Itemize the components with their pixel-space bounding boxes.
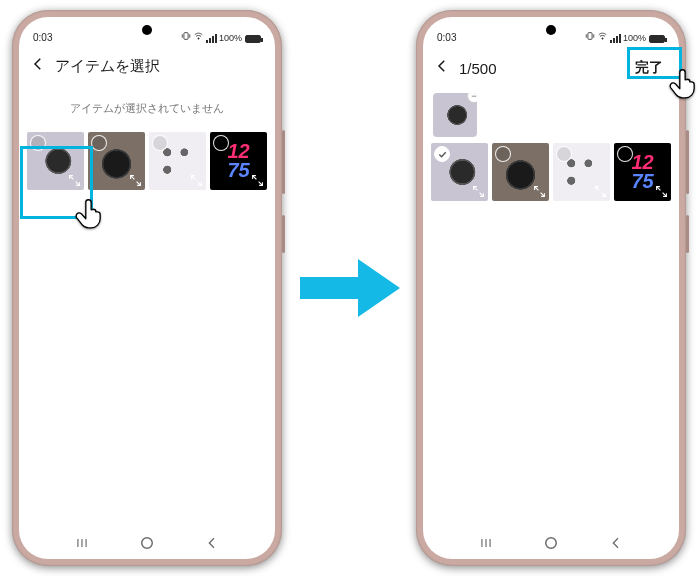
svg-point-1 xyxy=(198,38,199,39)
thumbnail-item[interactable] xyxy=(27,132,84,190)
svg-line-7 xyxy=(197,181,201,185)
arrow-right-icon xyxy=(300,255,400,321)
svg-line-22 xyxy=(656,186,660,190)
select-circle-icon[interactable] xyxy=(152,135,168,151)
thumbnail-item[interactable]: 12 75 xyxy=(614,143,671,201)
svg-line-2 xyxy=(69,175,73,179)
selected-preview-thumb[interactable]: － xyxy=(433,93,477,137)
nav-back-button[interactable] xyxy=(202,533,222,553)
svg-point-13 xyxy=(142,538,153,549)
app-header: 1/500 完了 xyxy=(423,43,679,87)
battery-pct: 100% xyxy=(219,33,242,43)
select-circle-icon[interactable] xyxy=(213,135,229,151)
select-circle-icon[interactable] xyxy=(30,135,46,151)
signal-icon xyxy=(206,35,217,43)
digit-bottom: 75 xyxy=(631,172,653,191)
expand-icon[interactable] xyxy=(532,184,546,198)
thumbnail-item[interactable] xyxy=(149,132,206,190)
expand-icon[interactable] xyxy=(189,173,203,187)
back-button[interactable] xyxy=(433,57,451,79)
svg-line-17 xyxy=(479,192,483,196)
svg-line-18 xyxy=(534,186,538,190)
wifi-icon xyxy=(597,31,608,43)
svg-line-23 xyxy=(662,192,666,196)
expand-icon[interactable] xyxy=(67,173,81,187)
volume-button xyxy=(686,130,689,194)
remove-selection-icon[interactable]: － xyxy=(467,93,477,103)
camera-hole xyxy=(142,25,152,35)
app-header: アイテムを選択 xyxy=(19,43,275,83)
selected-preview-strip: － xyxy=(423,87,679,137)
nav-recents-button[interactable] xyxy=(72,533,92,553)
digit-bottom: 75 xyxy=(227,161,249,180)
wifi-icon xyxy=(193,31,204,43)
svg-line-3 xyxy=(75,181,79,185)
status-time: 0:03 xyxy=(437,32,456,43)
vibrate-icon xyxy=(181,31,191,43)
expand-icon[interactable] xyxy=(593,184,607,198)
svg-line-19 xyxy=(540,192,544,196)
svg-line-9 xyxy=(258,181,262,185)
status-right: 100% xyxy=(181,31,261,43)
select-circle-icon[interactable] xyxy=(556,146,572,162)
battery-icon xyxy=(649,35,665,43)
tap-gesture-icon xyxy=(72,196,106,230)
svg-point-15 xyxy=(602,38,603,39)
volume-button xyxy=(282,130,285,194)
battery-icon xyxy=(245,35,261,43)
svg-line-8 xyxy=(252,175,256,179)
nav-back-button[interactable] xyxy=(606,533,626,553)
svg-line-20 xyxy=(595,186,599,190)
nav-home-button[interactable] xyxy=(541,533,561,553)
select-circle-icon[interactable] xyxy=(495,146,511,162)
thumbnail-item[interactable] xyxy=(431,143,488,201)
thumbnail-item[interactable]: 12 75 xyxy=(210,132,267,190)
thumbnail-row: 12 75 xyxy=(19,116,275,190)
header-title: アイテムを選択 xyxy=(55,57,265,76)
system-nav-bar xyxy=(423,533,679,553)
svg-line-4 xyxy=(130,175,134,179)
nav-recents-button[interactable] xyxy=(476,533,496,553)
battery-pct: 100% xyxy=(623,33,646,43)
phone-mockup-after: 0:03 100% 1/500 完了 xyxy=(416,10,686,566)
thumbnail-item[interactable] xyxy=(492,143,549,201)
vibrate-icon xyxy=(585,31,595,43)
phone-screen: 0:03 100% 1/500 完了 xyxy=(423,17,679,559)
selection-counter: 1/500 xyxy=(459,60,621,77)
svg-line-21 xyxy=(601,192,605,196)
nav-home-button[interactable] xyxy=(137,533,157,553)
expand-icon[interactable] xyxy=(250,173,264,187)
signal-icon xyxy=(610,35,621,43)
svg-rect-14 xyxy=(588,33,592,40)
back-button[interactable] xyxy=(29,55,47,77)
empty-selection-text: アイテムが選択されていません xyxy=(19,101,275,116)
thumbnail-row: 12 75 xyxy=(423,137,679,201)
status-right: 100% xyxy=(585,31,665,43)
thumbnail-item[interactable] xyxy=(553,143,610,201)
select-circle-icon[interactable] xyxy=(617,146,633,162)
thumbnail-item[interactable] xyxy=(88,132,145,190)
expand-icon[interactable] xyxy=(654,184,668,198)
select-circle-checked-icon[interactable] xyxy=(434,146,450,162)
svg-line-5 xyxy=(136,181,140,185)
select-circle-icon[interactable] xyxy=(91,135,107,151)
camera-hole xyxy=(546,25,556,35)
svg-point-27 xyxy=(546,538,557,549)
svg-line-16 xyxy=(473,186,477,190)
svg-rect-0 xyxy=(184,33,188,40)
system-nav-bar xyxy=(19,533,275,553)
phone-mockup-before: 0:03 100% アイテムを選択 xyxy=(12,10,282,566)
phone-screen: 0:03 100% アイテムを選択 xyxy=(19,17,275,559)
status-time: 0:03 xyxy=(33,32,52,43)
power-button xyxy=(282,215,285,253)
expand-icon[interactable] xyxy=(471,184,485,198)
expand-icon[interactable] xyxy=(128,173,142,187)
power-button xyxy=(686,215,689,253)
done-button[interactable]: 完了 xyxy=(629,55,669,81)
tap-gesture-icon xyxy=(666,66,700,100)
svg-line-6 xyxy=(191,175,195,179)
